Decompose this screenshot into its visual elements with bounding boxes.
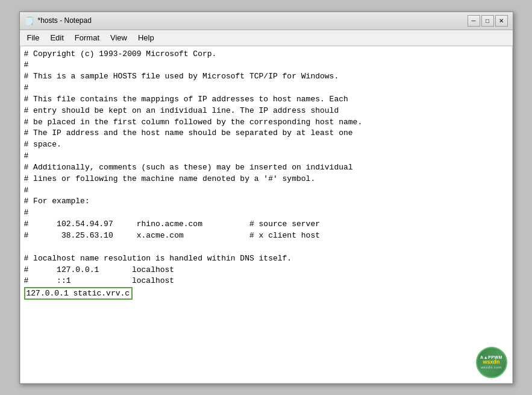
last-line-wrapper <box>24 287 509 300</box>
watermark-bottom: wsxdn.com <box>481 365 502 369</box>
watermark: A▲PPWM wsxdn wsxdn.com <box>476 347 507 378</box>
editor-area[interactable]: # Copyright (c) 1993-2009 Microsoft Corp… <box>20 46 513 384</box>
code-content: # Copyright (c) 1993-2009 Microsoft Corp… <box>24 49 509 288</box>
last-line-input[interactable] <box>24 287 133 300</box>
menu-bar: File Edit Format View Help <box>20 30 513 46</box>
notepad-window: 🗒️ *hosts - Notepad ─ □ ✕ File Edit Form… <box>19 11 513 384</box>
window-title: *hosts - Notepad <box>38 16 92 25</box>
watermark-badge: A▲PPWM wsxdn wsxdn.com <box>476 347 507 378</box>
app-icon: 🗒️ <box>25 16 34 25</box>
close-button[interactable]: ✕ <box>495 15 508 27</box>
title-bar-controls: ─ □ ✕ <box>468 15 508 27</box>
menu-help[interactable]: Help <box>133 31 159 44</box>
minimize-button[interactable]: ─ <box>468 15 480 27</box>
watermark-main: wsxdn <box>483 359 499 365</box>
menu-format[interactable]: Format <box>70 31 104 44</box>
menu-file[interactable]: File <box>22 31 45 44</box>
menu-view[interactable]: View <box>105 31 132 44</box>
maximize-button[interactable]: □ <box>481 15 494 27</box>
menu-edit[interactable]: Edit <box>45 31 68 44</box>
title-bar: 🗒️ *hosts - Notepad ─ □ ✕ <box>20 12 513 30</box>
